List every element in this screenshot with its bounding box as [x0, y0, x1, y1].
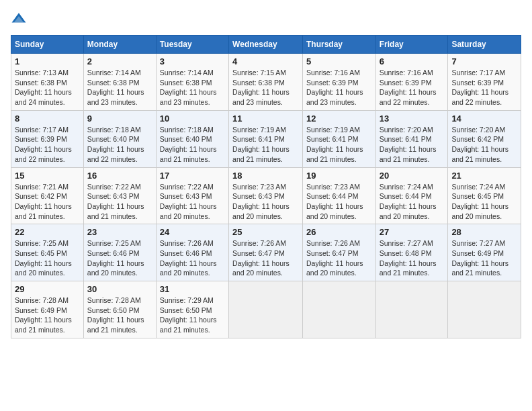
day-info: Sunrise: 7:14 AM Sunset: 6:38 PM Dayligh… [87, 68, 152, 107]
day-number: 5 [306, 56, 372, 66]
day-info: Sunrise: 7:22 AM Sunset: 6:43 PM Dayligh… [160, 182, 225, 222]
day-number: 21 [451, 171, 517, 181]
calendar-header-row: SundayMondayTuesdayWednesdayThursdayFrid… [11, 36, 521, 54]
day-info: Sunrise: 7:24 AM Sunset: 6:44 PM Dayligh… [380, 182, 445, 222]
day-number: 2 [87, 56, 152, 66]
day-info: Sunrise: 7:20 AM Sunset: 6:41 PM Dayligh… [380, 125, 445, 165]
calendar-cell: 14Sunrise: 7:20 AM Sunset: 6:42 PM Dayli… [448, 110, 521, 167]
day-info: Sunrise: 7:27 AM Sunset: 6:49 PM Dayligh… [451, 238, 517, 278]
day-info: Sunrise: 7:28 AM Sunset: 6:50 PM Dayligh… [87, 295, 152, 335]
day-number: 18 [232, 171, 299, 181]
day-number: 11 [232, 113, 299, 124]
calendar-cell: 3Sunrise: 7:14 AM Sunset: 6:38 PM Daylig… [156, 54, 228, 111]
calendar-cell [375, 281, 448, 338]
day-info: Sunrise: 7:13 AM Sunset: 6:38 PM Dayligh… [15, 68, 80, 107]
calendar-cell [302, 281, 375, 338]
day-info: Sunrise: 7:26 AM Sunset: 6:46 PM Dayligh… [160, 238, 225, 278]
day-number: 15 [15, 171, 80, 181]
calendar-table: SundayMondayTuesdayWednesdayThursdayFrid… [11, 35, 521, 338]
calendar-cell: 16Sunrise: 7:22 AM Sunset: 6:43 PM Dayli… [83, 167, 156, 224]
day-number: 13 [380, 113, 445, 124]
calendar-cell: 5Sunrise: 7:16 AM Sunset: 6:39 PM Daylig… [302, 54, 375, 111]
calendar-cell [448, 281, 521, 338]
day-info: Sunrise: 7:19 AM Sunset: 6:41 PM Dayligh… [306, 125, 372, 165]
column-header-thursday: Thursday [302, 36, 375, 54]
column-header-wednesday: Wednesday [229, 36, 303, 54]
day-number: 29 [15, 284, 80, 294]
calendar-week-row: 1Sunrise: 7:13 AM Sunset: 6:38 PM Daylig… [11, 54, 521, 111]
day-number: 17 [160, 171, 225, 181]
day-info: Sunrise: 7:25 AM Sunset: 6:46 PM Dayligh… [87, 238, 152, 278]
calendar-cell: 17Sunrise: 7:22 AM Sunset: 6:43 PM Dayli… [156, 167, 228, 224]
day-number: 1 [15, 56, 80, 66]
day-number: 4 [232, 56, 299, 66]
day-info: Sunrise: 7:18 AM Sunset: 6:40 PM Dayligh… [160, 125, 225, 165]
day-number: 14 [451, 113, 517, 124]
day-info: Sunrise: 7:14 AM Sunset: 6:38 PM Dayligh… [160, 68, 225, 107]
calendar-body: 1Sunrise: 7:13 AM Sunset: 6:38 PM Daylig… [11, 54, 521, 338]
day-number: 25 [232, 227, 299, 237]
day-number: 28 [451, 227, 517, 237]
logo-icon [11, 11, 27, 27]
calendar-cell: 25Sunrise: 7:26 AM Sunset: 6:47 PM Dayli… [229, 224, 303, 281]
calendar-cell: 12Sunrise: 7:19 AM Sunset: 6:41 PM Dayli… [302, 110, 375, 167]
calendar-cell: 2Sunrise: 7:14 AM Sunset: 6:38 PM Daylig… [83, 54, 156, 111]
day-number: 24 [160, 227, 225, 237]
calendar-cell: 31Sunrise: 7:29 AM Sunset: 6:50 PM Dayli… [156, 281, 228, 338]
day-info: Sunrise: 7:27 AM Sunset: 6:48 PM Dayligh… [380, 238, 445, 278]
column-header-tuesday: Tuesday [156, 36, 228, 54]
day-number: 6 [380, 56, 445, 66]
day-number: 30 [87, 284, 152, 294]
day-number: 26 [306, 227, 372, 237]
column-header-saturday: Saturday [448, 36, 521, 54]
calendar-cell: 28Sunrise: 7:27 AM Sunset: 6:49 PM Dayli… [448, 224, 521, 281]
calendar-cell: 13Sunrise: 7:20 AM Sunset: 6:41 PM Dayli… [375, 110, 448, 167]
day-info: Sunrise: 7:23 AM Sunset: 6:44 PM Dayligh… [306, 182, 372, 222]
day-info: Sunrise: 7:23 AM Sunset: 6:43 PM Dayligh… [232, 182, 299, 222]
calendar-cell: 30Sunrise: 7:28 AM Sunset: 6:50 PM Dayli… [83, 281, 156, 338]
calendar-cell: 19Sunrise: 7:23 AM Sunset: 6:44 PM Dayli… [302, 167, 375, 224]
day-number: 22 [15, 227, 80, 237]
calendar-week-row: 29Sunrise: 7:28 AM Sunset: 6:49 PM Dayli… [11, 281, 521, 338]
day-number: 19 [306, 171, 372, 181]
calendar-cell: 18Sunrise: 7:23 AM Sunset: 6:43 PM Dayli… [229, 167, 303, 224]
calendar-cell: 9Sunrise: 7:18 AM Sunset: 6:40 PM Daylig… [83, 110, 156, 167]
day-number: 12 [306, 113, 372, 124]
day-info: Sunrise: 7:29 AM Sunset: 6:50 PM Dayligh… [160, 295, 225, 335]
calendar-cell: 22Sunrise: 7:25 AM Sunset: 6:45 PM Dayli… [11, 224, 84, 281]
day-number: 9 [87, 113, 152, 124]
calendar-cell: 29Sunrise: 7:28 AM Sunset: 6:49 PM Dayli… [11, 281, 84, 338]
column-header-friday: Friday [375, 36, 448, 54]
day-number: 16 [87, 171, 152, 181]
calendar-cell: 8Sunrise: 7:17 AM Sunset: 6:39 PM Daylig… [11, 110, 84, 167]
day-info: Sunrise: 7:17 AM Sunset: 6:39 PM Dayligh… [451, 68, 517, 107]
day-info: Sunrise: 7:20 AM Sunset: 6:42 PM Dayligh… [451, 125, 517, 165]
calendar-cell: 21Sunrise: 7:24 AM Sunset: 6:45 PM Dayli… [448, 167, 521, 224]
day-info: Sunrise: 7:16 AM Sunset: 6:39 PM Dayligh… [380, 68, 445, 107]
calendar-cell: 23Sunrise: 7:25 AM Sunset: 6:46 PM Dayli… [83, 224, 156, 281]
logo [11, 11, 30, 27]
day-info: Sunrise: 7:22 AM Sunset: 6:43 PM Dayligh… [87, 182, 152, 222]
calendar-cell: 4Sunrise: 7:15 AM Sunset: 6:38 PM Daylig… [229, 54, 303, 111]
calendar-cell: 1Sunrise: 7:13 AM Sunset: 6:38 PM Daylig… [11, 54, 84, 111]
day-info: Sunrise: 7:18 AM Sunset: 6:40 PM Dayligh… [87, 125, 152, 165]
day-number: 3 [160, 56, 225, 66]
calendar-cell: 6Sunrise: 7:16 AM Sunset: 6:39 PM Daylig… [375, 54, 448, 111]
day-number: 10 [160, 113, 225, 124]
day-number: 31 [160, 284, 225, 294]
day-number: 7 [451, 56, 517, 66]
day-info: Sunrise: 7:21 AM Sunset: 6:42 PM Dayligh… [15, 182, 80, 222]
calendar-cell: 24Sunrise: 7:26 AM Sunset: 6:46 PM Dayli… [156, 224, 228, 281]
calendar-week-row: 22Sunrise: 7:25 AM Sunset: 6:45 PM Dayli… [11, 224, 521, 281]
calendar-cell: 10Sunrise: 7:18 AM Sunset: 6:40 PM Dayli… [156, 110, 228, 167]
day-info: Sunrise: 7:16 AM Sunset: 6:39 PM Dayligh… [306, 68, 372, 107]
calendar-cell: 27Sunrise: 7:27 AM Sunset: 6:48 PM Dayli… [375, 224, 448, 281]
calendar-cell: 26Sunrise: 7:26 AM Sunset: 6:47 PM Dayli… [302, 224, 375, 281]
calendar-cell: 20Sunrise: 7:24 AM Sunset: 6:44 PM Dayli… [375, 167, 448, 224]
calendar-cell: 7Sunrise: 7:17 AM Sunset: 6:39 PM Daylig… [448, 54, 521, 111]
column-header-sunday: Sunday [11, 36, 84, 54]
day-number: 8 [15, 113, 80, 124]
calendar-week-row: 15Sunrise: 7:21 AM Sunset: 6:42 PM Dayli… [11, 167, 521, 224]
day-info: Sunrise: 7:25 AM Sunset: 6:45 PM Dayligh… [15, 238, 80, 278]
day-info: Sunrise: 7:17 AM Sunset: 6:39 PM Dayligh… [15, 125, 80, 165]
